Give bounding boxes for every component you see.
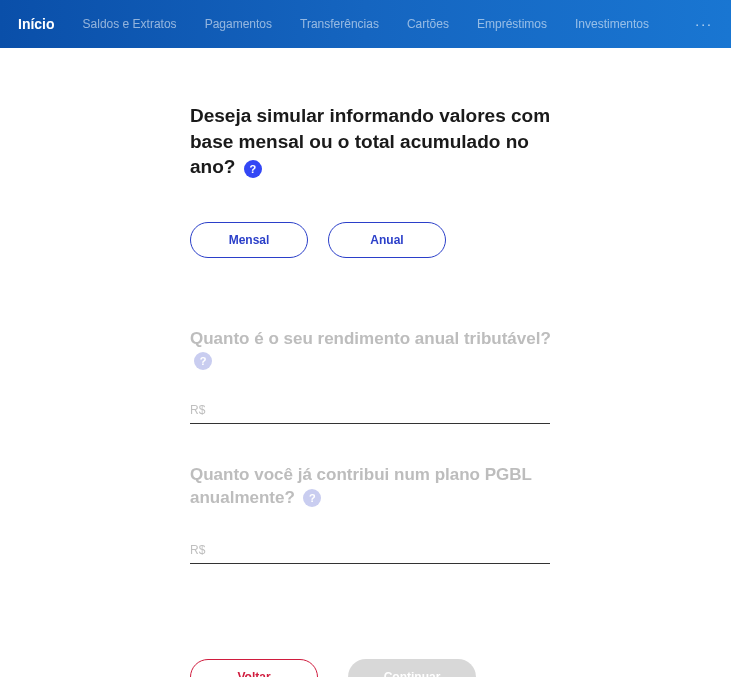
help-icon[interactable]: ? xyxy=(303,489,321,507)
nav-item-cartoes[interactable]: Cartões xyxy=(407,17,449,31)
period-toggle-group: Mensal Anual xyxy=(190,222,560,258)
field-pgbl-input[interactable] xyxy=(190,532,550,564)
field-income-label: Quanto é o seu rendimento anual tributáv… xyxy=(190,329,551,348)
top-nav: Início Saldos e Extratos Pagamentos Tran… xyxy=(0,0,731,48)
nav-item-inicio[interactable]: Início xyxy=(18,16,55,32)
continue-button[interactable]: Continuar xyxy=(348,659,476,678)
field-pgbl-label: Quanto você já contribui num plano PGBL … xyxy=(190,465,532,507)
field-income-input[interactable] xyxy=(190,392,550,424)
nav-item-emprestimos[interactable]: Empréstimos xyxy=(477,17,547,31)
main-content: Deseja simular informando valores com ba… xyxy=(0,48,560,677)
nav-item-investimentos[interactable]: Investimentos xyxy=(575,17,649,31)
question-row: Deseja simular informando valores com ba… xyxy=(190,103,560,180)
action-row: Voltar Continuar xyxy=(190,659,560,678)
nav-item-pagamentos[interactable]: Pagamentos xyxy=(205,17,272,31)
field-income: Quanto é o seu rendimento anual tributáv… xyxy=(190,328,560,424)
field-pgbl: Quanto você já contribui num plano PGBL … xyxy=(190,464,560,564)
nav-more-icon[interactable]: ··· xyxy=(695,16,713,32)
toggle-mensal[interactable]: Mensal xyxy=(190,222,308,258)
toggle-anual[interactable]: Anual xyxy=(328,222,446,258)
help-icon[interactable]: ? xyxy=(194,352,212,370)
help-icon[interactable]: ? xyxy=(244,160,262,178)
nav-item-transferencias[interactable]: Transferências xyxy=(300,17,379,31)
back-button[interactable]: Voltar xyxy=(190,659,318,678)
nav-item-saldos[interactable]: Saldos e Extratos xyxy=(83,17,177,31)
